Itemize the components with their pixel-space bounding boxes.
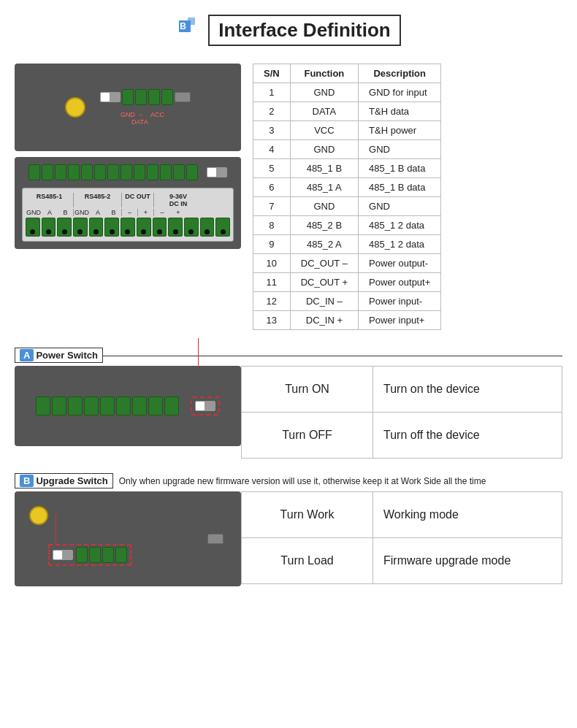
top-device-panel: GND → ACC DATA [15, 64, 241, 151]
upgrade-switch-section: B Upgrade Switch Only when upgrade new f… [15, 473, 562, 586]
interface-row-8: 8 485_2 B 485_1 2 data [253, 216, 441, 235]
cell-sn: 4 [253, 140, 291, 159]
cell-description: 485_1 2 data [359, 235, 441, 254]
interface-row-10: 10 DC_OUT – Power output- [253, 254, 441, 273]
device-images: GND → ACC DATA [15, 64, 241, 330]
cell-function: DATA [290, 102, 358, 121]
page-header: B Interface Definition [15, 15, 562, 46]
dc-out-label: DC OUT [122, 193, 154, 207]
interface-row-5: 5 485_1 B 485_1 B data [253, 159, 441, 178]
pin-gnd1: GND [26, 209, 42, 216]
ps-row-1: Turn ON Turn on the device [242, 367, 562, 413]
pin-gnd2: GND [74, 209, 90, 216]
cell-function: DC_IN + [290, 311, 358, 330]
pin-a1: A [42, 209, 58, 216]
upgrade-note: Only when upgrade new firmware version w… [119, 476, 486, 486]
upgrade-switch-title: Upgrade Switch [36, 475, 107, 486]
cell-description: Power output+ [359, 273, 441, 292]
ps-small-switch [195, 401, 215, 411]
ps-description: Turn on the device [373, 367, 562, 413]
interface-row-11: 11 DC_OUT + Power output+ [253, 273, 441, 292]
interface-row-7: 7 GND GND [253, 197, 441, 216]
power-switch-device [15, 366, 241, 446]
ps-function: Turn ON [242, 367, 373, 413]
bottom-connector-panel: RS485-1 RS485-2 DC OUT 9-36VDC IN GND A … [15, 157, 241, 249]
pin-plus2: + [170, 209, 186, 216]
rs485-1-label: RS485-1 [26, 193, 74, 207]
col-description: Description [359, 64, 441, 83]
svg-rect-1 [188, 18, 195, 25]
interface-row-3: 3 VCC T&H power [253, 121, 441, 140]
cell-description: 485_1 B data [359, 178, 441, 197]
upgrade-red-line [56, 513, 56, 545]
cell-sn: 1 [253, 83, 291, 102]
cell-function: GND [290, 83, 358, 102]
interface-table: S/N Function Description 1 GND GND for i… [253, 64, 441, 330]
cell-sn: 11 [253, 273, 291, 292]
cell-description: 485_1 B data [359, 159, 441, 178]
page-title: Interface Definition [208, 15, 400, 46]
cell-description: T&H data [359, 102, 441, 121]
usb-port [175, 92, 191, 102]
ps-connector [36, 396, 179, 415]
cell-sn: 9 [253, 235, 291, 254]
cell-description: GND [359, 197, 441, 216]
section-b-box: B [20, 475, 34, 487]
cell-function: 485_1 B [290, 159, 358, 178]
main-connector-row [22, 164, 234, 180]
upgrade-small-switch [53, 550, 73, 560]
upgrade-row-2: Turn Load Firmware upgrade mode [242, 538, 562, 584]
cell-function: GND [290, 197, 358, 216]
ps-function: Turn OFF [242, 413, 373, 459]
pin-b1: B [58, 209, 74, 216]
interface-row-12: 12 DC_IN – Power input- [253, 292, 441, 311]
cell-sn: 12 [253, 292, 291, 311]
cell-function: DC_IN – [290, 292, 358, 311]
upgrade-switch-table-wrap: Turn Work Working mode Turn Load Firmwar… [241, 491, 562, 586]
ps-switch-highlight [191, 396, 220, 415]
cell-sn: 8 [253, 216, 291, 235]
upgrade-description: Working mode [373, 492, 562, 538]
power-switch-title: Power Switch [36, 350, 98, 361]
cell-function: GND [290, 140, 358, 159]
small-switch-2 [207, 167, 227, 177]
cell-function: VCC [290, 121, 358, 140]
cell-sn: 7 [253, 197, 291, 216]
upgrade-function: Turn Work [242, 492, 373, 538]
header-b-icon: B [176, 18, 202, 44]
pin-a2: A [90, 209, 106, 216]
cell-description: GND for input [359, 83, 441, 102]
interface-row-1: 1 GND GND for input [253, 83, 441, 102]
cell-description: 485_1 2 data [359, 216, 441, 235]
cell-description: Power output- [359, 254, 441, 273]
cell-sn: 6 [253, 178, 291, 197]
upgrade-label-row: B Upgrade Switch Only when upgrade new f… [15, 473, 562, 488]
interface-row-9: 9 485_2 A 485_1 2 data [253, 235, 441, 254]
power-switch-table-wrap: Turn ON Turn on the device Turn OFF Turn… [241, 366, 562, 459]
interface-row-6: 6 485_1 A 485_1 B data [253, 178, 441, 197]
cell-sn: 10 [253, 254, 291, 273]
main-connector-block [28, 164, 198, 180]
cell-sn: 3 [253, 121, 291, 140]
upgrade-bracket [48, 544, 131, 566]
cell-description: GND [359, 140, 441, 159]
power-switch-label-row: A Power Switch [15, 348, 562, 363]
interface-table-wrap: S/N Function Description 1 GND GND for i… [253, 64, 562, 330]
pin-minus: – [122, 209, 138, 216]
small-switch-1 [100, 92, 121, 102]
cell-sn: 13 [253, 311, 291, 330]
cell-function: 485_2 B [290, 216, 358, 235]
cell-description: T&H power [359, 121, 441, 140]
power-switch-content: Turn ON Turn on the device Turn OFF Turn… [15, 366, 562, 459]
ps-row-2: Turn OFF Turn off the device [242, 413, 562, 459]
upgrade-device-panel [15, 491, 241, 586]
power-switch-table: Turn ON Turn on the device Turn OFF Turn… [241, 366, 562, 459]
cell-description: Power input- [359, 292, 441, 311]
cell-sn: 5 [253, 159, 291, 178]
led-indicator [65, 97, 85, 118]
cell-sn: 2 [253, 102, 291, 121]
expanded-connector-diagram: RS485-1 RS485-2 DC OUT 9-36VDC IN GND A … [22, 188, 234, 242]
gnd-data-label: GND → ACC DATA [121, 111, 164, 126]
cell-function: 485_2 A [290, 235, 358, 254]
col-sn: S/N [253, 64, 291, 83]
